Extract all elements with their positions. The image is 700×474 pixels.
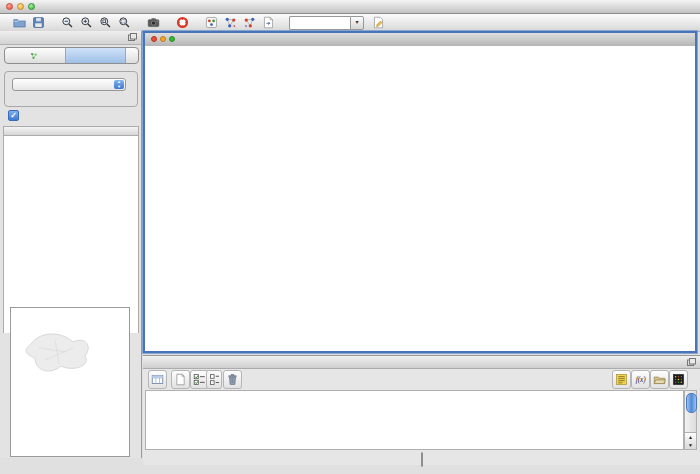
- control-panel: ▲▼ ✓: [0, 31, 142, 458]
- svg-text:f(x): f(x): [636, 375, 647, 384]
- network-view-titlebar[interactable]: [145, 33, 695, 47]
- minimize-window-icon[interactable]: [17, 3, 24, 10]
- network-canvas-container: [145, 46, 695, 351]
- search-input[interactable]: [289, 16, 350, 30]
- attribute-matrix-icon[interactable]: [669, 370, 688, 389]
- attribute-table: [145, 390, 684, 450]
- zoom-fit-icon[interactable]: [96, 15, 115, 30]
- node-color-dropdown[interactable]: ▲▼: [12, 78, 126, 91]
- snapshot-icon[interactable]: [144, 15, 163, 30]
- data-panel: f(x) ▲▼: [143, 355, 700, 465]
- dropdown-stepper-icon: ▲▼: [114, 80, 124, 89]
- network-tree-header: [3, 126, 139, 136]
- inner-zoom-icon[interactable]: [169, 36, 175, 42]
- inner-minimize-icon[interactable]: [160, 36, 166, 42]
- tab-overflow-arrow[interactable]: [126, 48, 138, 63]
- scrollbar-arrows[interactable]: ▲▼: [685, 432, 696, 449]
- close-window-icon[interactable]: [6, 3, 13, 10]
- float-data-panel-icon[interactable]: [687, 358, 696, 366]
- import-attributes-icon[interactable]: [650, 370, 669, 389]
- scrollbar-thumb[interactable]: [686, 393, 697, 413]
- status-bar: [0, 462, 700, 474]
- zoom-selected-icon[interactable]: [115, 15, 134, 30]
- vizmapper-icon[interactable]: [202, 15, 221, 30]
- layout-1-icon[interactable]: [221, 15, 240, 30]
- node-color-selection-group: ▲▼: [4, 71, 138, 107]
- new-attribute-icon[interactable]: [171, 370, 190, 389]
- zoom-out-icon[interactable]: [58, 15, 77, 30]
- help-icon[interactable]: [173, 15, 192, 30]
- open-icon[interactable]: [10, 15, 29, 30]
- data-panel-toolbar: f(x): [143, 369, 700, 389]
- network-tree: [3, 136, 139, 333]
- window-titlebar: [0, 0, 700, 14]
- save-icon[interactable]: [29, 15, 48, 30]
- function-builder-icon[interactable]: f(x): [631, 370, 650, 389]
- attribute-table-icon[interactable]: [148, 370, 167, 389]
- layout-2-icon[interactable]: [240, 15, 259, 30]
- annotation-icon[interactable]: [259, 15, 278, 30]
- float-panel-icon[interactable]: [128, 33, 137, 41]
- zoom-window-icon[interactable]: [28, 3, 35, 10]
- unselect-attributes-icon[interactable]: [206, 370, 222, 389]
- birdseye-network-silhouette: [11, 308, 129, 456]
- search-dropdown-icon[interactable]: ▾: [350, 16, 364, 30]
- table-scrollbar[interactable]: ▲▼: [684, 390, 697, 450]
- attribute-list-icon[interactable]: [612, 370, 631, 389]
- delete-attribute-icon[interactable]: [223, 370, 242, 389]
- network-icon: [30, 52, 38, 60]
- zoom-in-icon[interactable]: [77, 15, 96, 30]
- tab-network[interactable]: [5, 48, 66, 63]
- tab-mosaic[interactable]: [66, 48, 127, 63]
- network-view-window: [143, 31, 697, 353]
- birdseye-view[interactable]: [10, 307, 130, 457]
- select-nodes-row: ✓: [8, 110, 23, 121]
- cytoscape-window: ▾ ▲▼: [0, 0, 700, 474]
- network-canvas[interactable]: [145, 46, 695, 350]
- select-nodes-checkbox[interactable]: ✓: [8, 110, 19, 121]
- search-settings-icon[interactable]: [369, 15, 388, 30]
- inner-close-icon[interactable]: [151, 36, 157, 42]
- control-panel-tabs: [4, 47, 139, 64]
- main-toolbar: ▾: [0, 14, 700, 32]
